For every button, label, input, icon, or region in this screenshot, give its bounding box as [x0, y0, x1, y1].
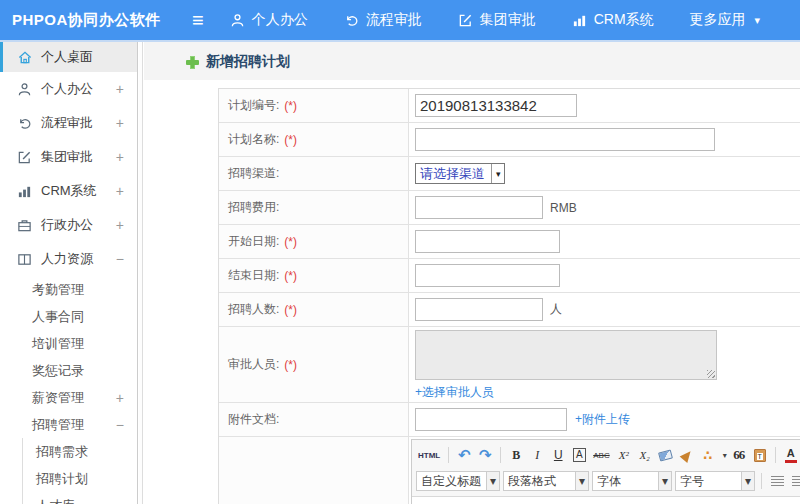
editor-toolbar: HTML ↶ ↷ B I U A ABC X² X₂: [412, 440, 800, 497]
label-text: 结束日期:: [228, 267, 279, 284]
form-row-start-date: 开始日期: (*): [219, 225, 800, 259]
required-marker: (*): [284, 269, 297, 283]
sidebar-item-label: 薪资管理: [32, 389, 84, 407]
sidebar-item-recruit-mgmt[interactable]: 招聘管理 −: [0, 411, 137, 438]
editor-toolbar-row-1: HTML ↶ ↷ B I U A ABC X² X₂: [416, 442, 800, 468]
sidebar-item-admin-office[interactable]: 行政办公 +: [0, 208, 137, 242]
expand-icon[interactable]: +: [116, 81, 124, 97]
align-center-icon[interactable]: [792, 476, 800, 487]
attachment-input[interactable]: [415, 408, 567, 431]
custom-title-select[interactable]: 自定义标题 ▾: [416, 471, 500, 491]
strikethrough-icon[interactable]: ABC: [591, 445, 611, 465]
main-content: 新增招聘计划 计划编号: (*) 计划名称: (*) 招聘渠道:: [144, 42, 800, 504]
form-row-approvers: 审批人员: (*) +选择审批人员: [219, 327, 800, 403]
sidebar-item-hr-contract[interactable]: 人事合同: [0, 303, 137, 330]
hamburger-icon[interactable]: ≡: [192, 10, 204, 30]
redo-icon[interactable]: ↷: [476, 445, 494, 465]
nav-personal-office[interactable]: 个人办公: [230, 11, 308, 29]
expand-icon[interactable]: +: [116, 390, 124, 406]
font-color-bar: [785, 460, 797, 463]
subscript-icon[interactable]: X₂: [636, 445, 654, 465]
auto-typeset-icon[interactable]: ∴: [699, 445, 717, 465]
sidebar-scrollbar[interactable]: [139, 42, 143, 504]
font-family-select[interactable]: 字体 ▾: [592, 471, 672, 491]
collapse-icon[interactable]: −: [116, 417, 124, 433]
blockquote-icon[interactable]: 66: [730, 445, 748, 465]
caret-down-icon: ▾: [658, 472, 671, 490]
unit-suffix: 人: [550, 301, 562, 318]
paste-icon[interactable]: T: [754, 449, 766, 462]
sidebar-item-salary-mgmt[interactable]: 薪资管理 +: [0, 384, 137, 411]
form-row-headcount: 招聘人数: (*) 人: [219, 293, 800, 327]
cost-input[interactable]: [415, 196, 543, 219]
sidebar-item-human-resources[interactable]: 人力资源 −: [0, 242, 137, 276]
bold-icon[interactable]: B: [507, 445, 525, 465]
font-border-icon[interactable]: A: [573, 448, 586, 462]
sidebar-item-label: 招聘计划: [36, 470, 88, 488]
expand-icon[interactable]: +: [116, 149, 124, 165]
sidebar-item-personal-office[interactable]: 个人办公 +: [0, 72, 137, 106]
sidebar-item-workflow-approval[interactable]: 流程审批 +: [0, 106, 137, 140]
align-left-icon[interactable]: [771, 476, 784, 487]
caret-down-icon: ▾: [741, 472, 754, 490]
sidebar-item-label: 招聘管理: [32, 416, 84, 434]
label-text: 招聘费用:: [228, 199, 279, 216]
caret-down-icon[interactable]: ▾: [723, 451, 727, 460]
select-approver-link[interactable]: +选择审批人员: [415, 384, 494, 401]
plan-number-input[interactable]: [415, 94, 577, 117]
field-label: 计划名称: (*): [219, 123, 409, 156]
undo-icon[interactable]: ↶: [455, 445, 473, 465]
end-date-input[interactable]: [415, 264, 560, 287]
editor-toolbar-row-2: 自定义标题 ▾ 段落格式 ▾ 字体 ▾: [416, 468, 800, 494]
font-size-select[interactable]: 字号 ▾: [675, 471, 755, 491]
sidebar-item-training-mgmt[interactable]: 培训管理: [0, 330, 137, 357]
page-title: 新增招聘计划: [186, 53, 290, 71]
form-row-channel: 招聘渠道: 请选择渠道 ▾: [219, 157, 800, 191]
form-row-editor: HTML ↶ ↷ B I U A ABC X² X₂: [219, 437, 800, 504]
editor-content-area[interactable]: [412, 497, 800, 504]
headcount-input[interactable]: [415, 298, 543, 321]
start-date-input[interactable]: [415, 230, 560, 253]
nav-more-apps[interactable]: 更多应用 ▾: [690, 11, 761, 29]
nav-label: CRM系统: [594, 11, 654, 29]
sidebar-item-talent-pool[interactable]: 人才库: [22, 492, 137, 504]
expand-icon[interactable]: +: [116, 115, 124, 131]
nav-workflow-approval[interactable]: 流程审批: [344, 11, 422, 29]
expand-icon[interactable]: +: [116, 217, 124, 233]
select-value: 请选择渠道: [420, 165, 485, 183]
nav-label: 流程审批: [366, 11, 422, 29]
sidebar-item-label: 招聘需求: [36, 443, 88, 461]
caret-down-icon: ▾: [491, 164, 501, 183]
sidebar-item-label: 集团审批: [41, 148, 93, 166]
remove-format-icon[interactable]: [658, 449, 673, 461]
sidebar-item-personal-desktop[interactable]: 个人桌面: [0, 42, 137, 72]
sidebar-item-crm-system[interactable]: CRM系统 +: [0, 174, 137, 208]
channel-select[interactable]: 请选择渠道 ▾: [415, 163, 505, 184]
superscript-icon[interactable]: X²: [615, 445, 633, 465]
format-brush-icon[interactable]: [679, 448, 694, 463]
nav-group-approval[interactable]: 集团审批: [458, 11, 536, 29]
sidebar-item-recruit-demand[interactable]: 招聘需求: [22, 438, 137, 465]
briefcase-icon: [16, 217, 33, 233]
expand-icon[interactable]: +: [116, 183, 124, 199]
sidebar-item-label: 人才库: [36, 497, 75, 504]
italic-icon[interactable]: I: [528, 445, 546, 465]
sidebar-item-attendance-mgmt[interactable]: 考勤管理: [0, 276, 137, 303]
required-marker: (*): [284, 235, 297, 249]
approver-textarea[interactable]: [415, 330, 717, 380]
top-nav: 个人办公 流程审批 集团审批 CRM系统 更多应用 ▾: [230, 11, 760, 29]
collapse-icon[interactable]: −: [116, 251, 124, 267]
paragraph-format-select[interactable]: 段落格式 ▾: [503, 471, 589, 491]
sidebar-item-group-approval[interactable]: 集团审批 +: [0, 140, 137, 174]
underline-icon[interactable]: U: [549, 445, 567, 465]
nav-crm-system[interactable]: CRM系统: [572, 11, 654, 29]
sidebar-item-reward-punishment[interactable]: 奖惩记录: [0, 357, 137, 384]
plan-name-input[interactable]: [415, 128, 715, 151]
user-icon: [16, 81, 33, 97]
rich-text-editor: HTML ↶ ↷ B I U A ABC X² X₂: [411, 439, 800, 504]
html-source-button[interactable]: HTML: [416, 445, 442, 465]
sidebar-item-recruit-plan[interactable]: 招聘计划: [22, 465, 137, 492]
attachment-upload-link[interactable]: +附件上传: [575, 411, 630, 428]
caret-down-icon: ▾: [755, 14, 761, 27]
font-color-icon[interactable]: A: [782, 445, 800, 465]
